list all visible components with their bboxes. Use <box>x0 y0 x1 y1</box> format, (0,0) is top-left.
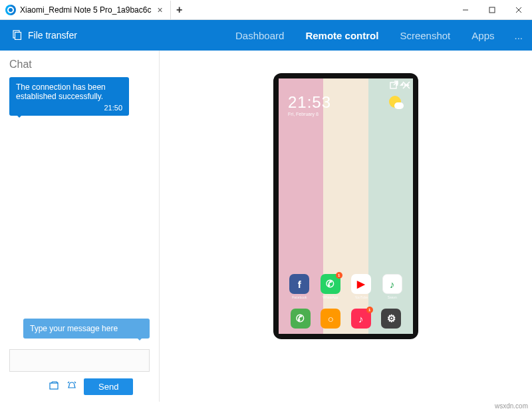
close-tab-icon[interactable]: × <box>155 5 164 15</box>
app-label: Saavn <box>388 295 397 299</box>
chat-message: The connection has been established succ… <box>9 77 129 116</box>
chat-spacer <box>9 116 150 319</box>
badge: 1 <box>336 272 342 279</box>
title-bar: Xiaomi_Redmi Note 5 Pro_1a9bac6c × + <box>0 0 532 20</box>
app-label: Facebook <box>292 295 307 299</box>
send-button[interactable]: Send <box>84 378 133 395</box>
app-label: YouTube <box>354 295 368 299</box>
nav-apps[interactable]: Apps <box>461 20 505 51</box>
nav-more[interactable]: ... <box>505 20 532 51</box>
chat-input[interactable] <box>9 349 150 372</box>
clock-date: Fri, February 8 <box>288 112 331 116</box>
phone-screen[interactable]: ▮ ◢ ▬ 21:53 Fri, February 8 fFacebook✆1W… <box>279 78 413 334</box>
lockscreen-clock: 21:53 Fri, February 8 <box>288 93 331 116</box>
close-window-button[interactable] <box>505 0 532 20</box>
close-viewer-icon[interactable] <box>402 80 410 92</box>
chat-title: Chat <box>9 59 150 70</box>
youtube-icon: ▶ <box>351 274 371 294</box>
remote-viewer: ▮ ◢ ▬ 21:53 Fri, February 8 fFacebook✆1W… <box>160 51 532 402</box>
chat-actions: Send <box>9 378 150 395</box>
weather-icon <box>389 96 401 108</box>
watermark: wsxdn.com <box>495 402 528 410</box>
chat-panel: Chat The connection has been established… <box>0 51 160 402</box>
file-transfer-label: File transfer <box>28 30 77 41</box>
svg-line-7 <box>68 382 69 383</box>
tab-title: Xiaomi_Redmi Note 5 Pro_1a9bac6c <box>20 5 151 15</box>
app-phone[interactable]: ✆ <box>285 309 316 329</box>
nav-dashboard[interactable]: Dashboard <box>225 20 295 51</box>
music-icon: ♪1 <box>351 309 371 329</box>
settings-icon: ⚙ <box>381 309 401 329</box>
app-facebook[interactable]: fFacebook <box>285 274 314 299</box>
app-grid: fFacebook✆1WhatsApp▶YouTube♪Saavn <box>279 274 413 299</box>
nav-screenshot[interactable]: Screenshot <box>389 20 461 51</box>
saavn-icon: ♪ <box>382 274 402 294</box>
phone-icon: ✆ <box>291 309 311 329</box>
window-controls <box>452 0 532 20</box>
chat-message-text: The connection has been established succ… <box>16 82 106 101</box>
minimize-button[interactable] <box>452 0 479 20</box>
maximize-button[interactable] <box>479 0 505 20</box>
tab-device[interactable]: Xiaomi_Redmi Note 5 Pro_1a9bac6c × <box>0 1 171 19</box>
phone-frame: ▮ ◢ ▬ 21:53 Fri, February 8 fFacebook✆1W… <box>273 73 418 339</box>
new-tab-button[interactable]: + <box>171 4 188 16</box>
teamviewer-icon <box>5 5 16 15</box>
svg-line-8 <box>74 382 76 383</box>
chat-message-time: 21:50 <box>16 104 122 112</box>
header-nav: Dashboard Remote control Screenshot Apps… <box>225 20 532 51</box>
svg-rect-6 <box>50 383 58 389</box>
whatsapp-icon: ✆1 <box>321 274 340 294</box>
app-browser[interactable]: ○ <box>316 309 346 329</box>
app-header: File transfer Dashboard Remote control S… <box>0 20 532 51</box>
clock-time: 21:53 <box>288 93 331 112</box>
nav-remote-control[interactable]: Remote control <box>295 20 389 51</box>
chat-prompt-bubble: Type your message here <box>23 319 150 339</box>
app-saavn[interactable]: ♪Saavn <box>378 274 407 299</box>
app-youtube[interactable]: ▶YouTube <box>347 274 376 299</box>
phone-dock: ✆○♪1⚙ <box>279 309 413 329</box>
app-settings[interactable]: ⚙ <box>376 309 407 329</box>
popout-icon[interactable] <box>390 80 398 92</box>
file-transfer-button[interactable]: File transfer <box>0 29 77 42</box>
file-transfer-icon <box>12 29 23 42</box>
app-label: WhatsApp <box>323 295 338 299</box>
main-area: Chat The connection has been established… <box>0 51 532 402</box>
attach-icon[interactable] <box>49 381 60 392</box>
svg-rect-5 <box>15 32 21 39</box>
svg-rect-1 <box>489 7 495 13</box>
app-music[interactable]: ♪1 <box>346 309 376 329</box>
badge: 1 <box>366 307 373 313</box>
viewer-controls <box>390 80 410 92</box>
nudge-icon[interactable] <box>66 381 77 392</box>
facebook-icon: f <box>289 274 309 294</box>
browser-icon: ○ <box>321 309 340 329</box>
app-whatsapp[interactable]: ✆1WhatsApp <box>317 274 345 299</box>
